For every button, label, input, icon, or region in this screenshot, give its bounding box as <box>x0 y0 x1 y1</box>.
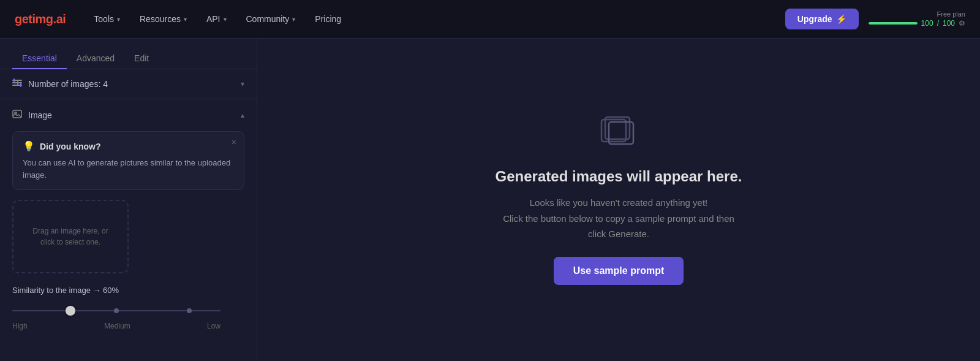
credits-row: 100 / 100 ⚙ <box>869 19 965 28</box>
bulb-icon: 💡 <box>23 140 35 152</box>
upgrade-label: Upgrade <box>797 14 832 24</box>
logo[interactable]: getimg.ai <box>15 12 66 26</box>
credits-total: 100 <box>943 19 955 28</box>
navbar: getimg.ai Tools ▾ Resources ▾ API ▾ Comm… <box>0 0 980 39</box>
sliders-icon <box>12 78 22 90</box>
bolt-icon: ⚡ <box>836 14 846 24</box>
sidebar-tabs: Essential Advanced Edit <box>0 39 257 69</box>
placeholder-subtitle: Looks like you haven't created anything … <box>503 195 734 242</box>
slider-label-high: High <box>12 322 28 330</box>
free-plan-badge: Free plan 100 / 100 ⚙ <box>869 10 965 28</box>
number-of-images-label: Number of images: 4 <box>28 79 235 89</box>
tip-title: Did you know? <box>40 142 101 151</box>
upload-text: Drag an image here, or click to select o… <box>32 226 108 248</box>
svg-rect-4 <box>17 81 18 85</box>
slider-label-low: Low <box>207 322 221 330</box>
nav-community[interactable]: Community ▾ <box>238 9 304 29</box>
nav-resources-label: Resources <box>140 14 181 24</box>
number-of-images-row[interactable]: Number of images: 4 ▾ <box>0 69 257 99</box>
image-icon <box>12 109 22 121</box>
nav-pricing-label: Pricing <box>315 14 341 24</box>
credits-bar <box>869 22 918 25</box>
logo-suffix: ai <box>56 12 66 26</box>
nav-tools-label: Tools <box>94 14 114 24</box>
nav-pricing[interactable]: Pricing <box>306 9 350 29</box>
main-content: Generated images will appear here. Looks… <box>257 39 980 361</box>
svg-rect-5 <box>20 83 21 87</box>
number-of-images-chevron-icon: ▾ <box>241 80 244 88</box>
resources-chevron-icon: ▾ <box>184 16 187 23</box>
upgrade-button[interactable]: Upgrade ⚡ <box>785 9 859 29</box>
tip-text: You can use AI to generate pictures simi… <box>23 157 234 181</box>
nav-api-label: API <box>206 14 221 24</box>
nav-tools[interactable]: Tools ▾ <box>85 9 129 29</box>
tab-edit[interactable]: Edit <box>124 48 159 69</box>
community-chevron-icon: ▾ <box>292 16 295 23</box>
credits-separator: / <box>937 19 939 28</box>
similarity-slider[interactable]: High Medium Low <box>12 303 244 330</box>
tab-advanced[interactable]: Advanced <box>67 48 124 69</box>
image-section: Image ▴ 💡 Did you know? × You can use AI… <box>0 99 257 345</box>
main-layout: Essential Advanced Edit Numbe <box>0 39 980 361</box>
nav-resources[interactable]: Resources ▾ <box>131 9 195 29</box>
nav-community-label: Community <box>246 14 290 24</box>
svg-rect-3 <box>13 78 15 82</box>
image-section-title: Image <box>28 110 235 120</box>
tip-header: 💡 Did you know? <box>23 140 234 152</box>
nav-links: Tools ▾ Resources ▾ API ▾ Community ▾ Pr… <box>85 9 765 29</box>
similarity-label: Similarity to the image → 60% <box>12 286 244 295</box>
upload-area[interactable]: Drag an image here, or click to select o… <box>12 200 129 273</box>
api-chevron-icon: ▾ <box>224 16 227 23</box>
placeholder-title: Generated images will appear here. <box>496 168 742 185</box>
nav-right: Upgrade ⚡ Free plan 100 / 100 ⚙ <box>785 9 965 29</box>
image-section-chevron-icon: ▴ <box>241 111 244 120</box>
credits-bar-fill <box>869 22 918 25</box>
credits-current: 100 <box>921 19 933 28</box>
logo-text: getimg <box>15 12 53 26</box>
sample-prompt-button[interactable]: Use sample prompt <box>554 257 684 285</box>
slider-labels: High Medium Low <box>12 322 221 330</box>
nav-api[interactable]: API ▾ <box>198 9 235 29</box>
tip-box: 💡 Did you know? × You can use AI to gene… <box>12 131 244 190</box>
tools-chevron-icon: ▾ <box>117 16 120 23</box>
tip-close-button[interactable]: × <box>232 138 236 146</box>
sidebar: Essential Advanced Edit Numbe <box>0 39 257 361</box>
settings-icon[interactable]: ⚙ <box>959 19 965 28</box>
slider-label-medium: Medium <box>104 322 130 330</box>
tab-essential[interactable]: Essential <box>12 48 67 69</box>
free-plan-label: Free plan <box>937 10 965 18</box>
placeholder-icon <box>599 115 638 153</box>
image-section-header[interactable]: Image ▴ <box>12 109 244 121</box>
